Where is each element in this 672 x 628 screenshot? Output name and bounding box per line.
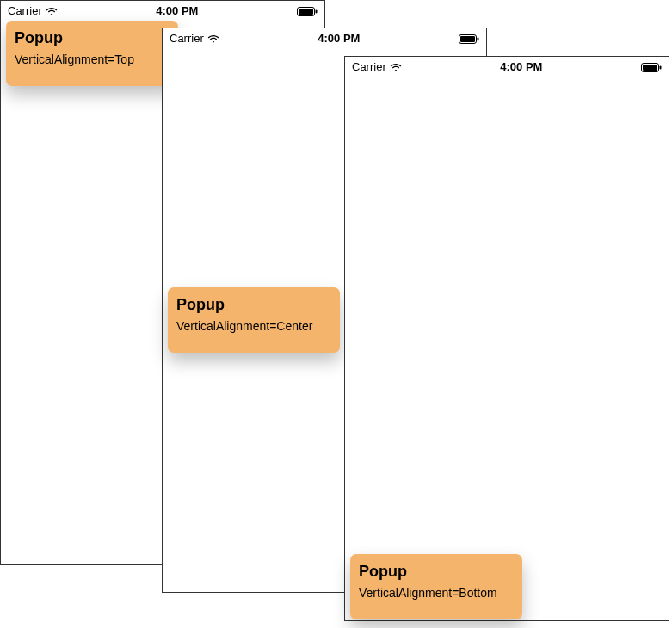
popup-subtitle: VerticalAlignment=Center [176, 319, 331, 333]
carrier-label: Carrier [8, 4, 42, 17]
popup-center[interactable]: Popup VerticalAlignment=Center [168, 287, 340, 353]
status-left: Carrier [8, 4, 58, 17]
status-bar: Carrier 4:00 PM [1, 1, 324, 20]
popup-subtitle: VerticalAlignment=Top [15, 52, 170, 66]
status-bar: Carrier 4:00 PM [163, 28, 486, 47]
popup-top[interactable]: Popup VerticalAlignment=Top [6, 21, 178, 86]
svg-rect-5 [478, 37, 479, 40]
popup-title: Popup [176, 296, 331, 314]
svg-rect-2 [316, 9, 318, 13]
battery-icon [459, 34, 479, 43]
wifi-icon [390, 62, 402, 71]
popup-subtitle: VerticalAlignment=Bottom [359, 586, 514, 600]
svg-rect-4 [460, 36, 475, 42]
battery-icon [641, 62, 662, 71]
wifi-icon [207, 34, 219, 43]
battery-icon [297, 6, 318, 15]
carrier-label: Carrier [170, 32, 204, 45]
svg-rect-8 [660, 65, 662, 69]
status-time: 4:00 PM [58, 4, 297, 17]
status-left: Carrier [170, 32, 219, 45]
phone-frame-3: Carrier 4:00 PM Popup VerticalAlignment=… [344, 56, 669, 621]
popup-title: Popup [359, 563, 514, 581]
status-bar: Carrier 4:00 PM [345, 57, 669, 76]
svg-rect-1 [299, 9, 313, 15]
carrier-label: Carrier [352, 60, 386, 73]
status-left: Carrier [352, 60, 402, 73]
phone-content-3: Popup VerticalAlignment=Bottom [345, 76, 669, 620]
status-right [297, 6, 318, 15]
status-time: 4:00 PM [402, 60, 641, 73]
status-time: 4:00 PM [219, 32, 459, 45]
svg-rect-7 [643, 65, 657, 71]
popup-bottom[interactable]: Popup VerticalAlignment=Bottom [350, 554, 522, 619]
status-right [641, 62, 662, 71]
status-right [459, 34, 479, 43]
popup-title: Popup [15, 29, 170, 47]
wifi-icon [46, 6, 58, 15]
